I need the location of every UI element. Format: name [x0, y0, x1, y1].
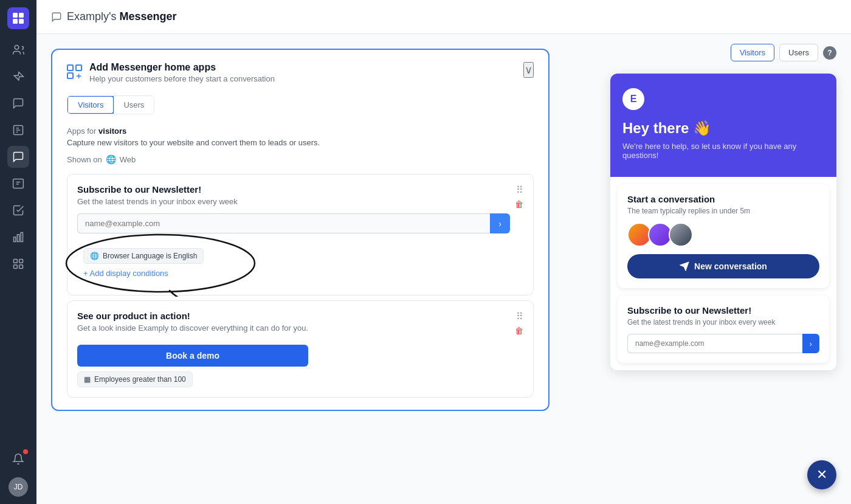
messenger-newsletter-desc: Get the latest trends in your inbox ever… — [627, 318, 819, 326]
svg-rect-10 — [14, 260, 18, 263]
audience-tabs: Visitors Users — [67, 95, 154, 114]
card-subtitle: Help your customers before they start a … — [89, 74, 275, 83]
start-conv-desc: The team typically replies in under 5m — [627, 207, 819, 215]
demo-card-header: See our product in action! Get a look in… — [77, 311, 523, 367]
apps-for-label: Apps for visitors — [67, 126, 534, 136]
sidebar-item-chat[interactable] — [7, 92, 29, 114]
messenger-newsletter-card: Subscribe to our Newsletter! Get the lat… — [618, 295, 829, 363]
svg-rect-9 — [21, 233, 22, 242]
svg-rect-1 — [19, 13, 24, 18]
condition-section: 🌐 Browser Language is English + Add disp… — [77, 241, 222, 285]
messenger-preview-widget: E Hey there 👋 We're here to help, so let… — [610, 74, 836, 370]
newsletter-actions: ⠿ 🗑 — [515, 184, 523, 209]
avatar-3 — [669, 223, 693, 247]
demo-app-card: See our product in action! Get a look in… — [67, 300, 534, 398]
svg-point-4 — [15, 46, 19, 50]
start-conversation-card: Start a conversation The team typically … — [618, 184, 829, 288]
notification-dot — [23, 449, 28, 454]
newsletter-email-input[interactable] — [77, 213, 490, 233]
sidebar-item-grid[interactable] — [7, 253, 29, 275]
condition-badge: 🌐 Browser Language is English — [83, 248, 204, 264]
sidebar-item-users[interactable] — [7, 39, 29, 61]
team-avatars — [627, 223, 819, 247]
employees-condition-badge: ▦ Employees greater than 100 — [77, 371, 193, 387]
collapse-button[interactable]: ∨ — [523, 62, 534, 78]
messenger-greeting: Hey there 👋 — [622, 120, 824, 137]
sidebar-logo — [7, 7, 29, 29]
sidebar-item-checklist[interactable] — [7, 199, 29, 221]
svg-rect-7 — [14, 237, 16, 242]
sidebar-item-analytics[interactable] — [7, 226, 29, 248]
topbar-title: Examply's Messenger — [67, 10, 177, 23]
svg-rect-2 — [13, 19, 18, 24]
newsletter-email-row: › — [77, 213, 510, 233]
newsletter-app-card: Subscribe to our Newsletter! Get the lat… — [67, 174, 534, 295]
preview-tab-users[interactable]: Users — [779, 44, 818, 61]
main-content: Examply's Messenger — [36, 0, 851, 504]
demo-actions: ⠿ 🗑 — [515, 311, 523, 367]
svg-rect-6 — [13, 179, 24, 188]
demo-drag-handle[interactable]: ⠿ — [516, 311, 523, 322]
add-condition-button[interactable]: + Add display conditions — [83, 269, 168, 278]
card-icon: + — [67, 64, 82, 79]
icon-square1 — [67, 64, 74, 71]
preview-tabs: Visitors Users ? — [610, 44, 836, 61]
employees-icon: ▦ — [84, 375, 91, 384]
book-demo-button[interactable]: Book a demo — [77, 345, 308, 367]
demo-title: See our product in action! — [77, 311, 308, 321]
svg-rect-8 — [17, 235, 19, 242]
help-icon[interactable]: ? — [823, 46, 836, 60]
topbar-messenger-icon — [51, 12, 62, 22]
card-header: + Add Messenger home apps Help your cust… — [67, 62, 534, 83]
messenger-newsletter-email-row: › — [627, 334, 819, 353]
messenger-subtext: We're here to help, so let us know if yo… — [622, 142, 824, 160]
card-title: Add Messenger home apps — [89, 62, 275, 73]
employees-condition-text: Employees greater than 100 — [94, 375, 186, 384]
delete-demo-button[interactable]: 🗑 — [515, 326, 523, 336]
messenger-apps-card: + Add Messenger home apps Help your cust… — [51, 49, 550, 411]
tab-visitors[interactable]: Visitors — [67, 95, 114, 114]
newsletter-desc: Get the latest trends in your inbox ever… — [77, 197, 510, 206]
new-conv-icon — [680, 261, 689, 271]
icon-square3 — [67, 72, 74, 79]
sidebar: JD — [0, 0, 36, 504]
drag-handle[interactable]: ⠿ — [516, 184, 523, 196]
notifications-icon-wrap — [7, 448, 29, 470]
svg-rect-11 — [19, 260, 23, 263]
svg-rect-12 — [14, 265, 18, 269]
close-messenger-button[interactable]: ✕ — [807, 460, 836, 489]
condition-text: Browser Language is English — [103, 252, 197, 260]
newsletter-content: Subscribe to our Newsletter! Get the lat… — [77, 184, 510, 233]
left-panel: + Add Messenger home apps Help your cust… — [36, 34, 596, 504]
sidebar-item-contacts[interactable] — [7, 173, 29, 195]
svg-rect-0 — [13, 13, 18, 18]
svg-rect-3 — [19, 19, 24, 24]
svg-rect-13 — [19, 265, 23, 269]
tab-users[interactable]: Users — [114, 96, 154, 114]
newsletter-submit-button[interactable]: › — [490, 213, 510, 233]
icon-square2 — [75, 64, 82, 71]
messenger-preview-header: E Hey there 👋 We're here to help, so let… — [610, 74, 836, 177]
demo-desc: Get a look inside Examply to discover ev… — [77, 323, 308, 333]
user-avatar[interactable]: JD — [9, 477, 28, 497]
sidebar-item-messenger[interactable] — [7, 146, 29, 168]
condition-globe-icon: 🌐 — [90, 252, 99, 260]
messenger-newsletter-title: Subscribe to our Newsletter! — [627, 305, 819, 316]
newsletter-title: Subscribe to our Newsletter! — [77, 184, 510, 195]
messenger-newsletter-submit[interactable]: › — [802, 334, 819, 353]
newsletter-card-header: Subscribe to our Newsletter! Get the lat… — [77, 184, 523, 233]
shown-on-row: Shown on 🌐 Web — [67, 154, 534, 164]
preview-tab-visitors[interactable]: Visitors — [731, 44, 774, 61]
content-area: + Add Messenger home apps Help your cust… — [36, 34, 851, 504]
globe-icon: 🌐 — [106, 154, 116, 164]
sidebar-item-reports[interactable] — [7, 119, 29, 141]
card-header-left: + Add Messenger home apps Help your cust… — [67, 62, 275, 83]
card-title-block: Add Messenger home apps Help your custom… — [89, 62, 275, 83]
delete-newsletter-button[interactable]: 🗑 — [515, 199, 523, 209]
new-conversation-button[interactable]: New conversation — [627, 254, 819, 278]
start-conv-title: Start a conversation — [627, 194, 819, 204]
sidebar-item-campaigns[interactable] — [7, 66, 29, 88]
messenger-newsletter-input[interactable] — [627, 334, 802, 353]
right-panel: Visitors Users ? E Hey there 👋 We're her… — [596, 34, 851, 504]
demo-content: See our product in action! Get a look in… — [77, 311, 308, 367]
